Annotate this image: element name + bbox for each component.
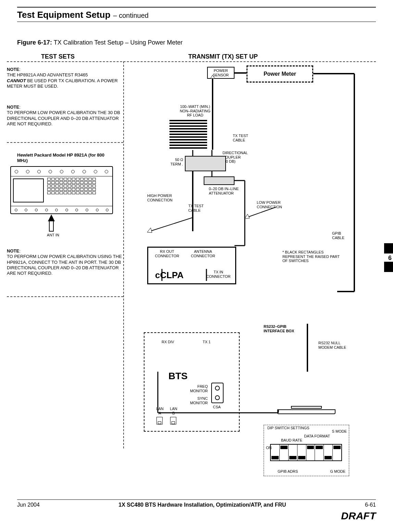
- lan-a-port: [156, 417, 163, 424]
- dip-switch-box: DIP SWITCH SETTINGS S MODE DATA FORMAT B…: [264, 425, 349, 476]
- figure-label: Figure 6-17:: [17, 39, 52, 46]
- cclpa-box: RX OUT CONNECTOR ANTENNA CONNECTOR cCLPA…: [147, 247, 236, 284]
- svg-marker-14: [245, 214, 250, 219]
- svg-line-8: [150, 218, 193, 231]
- label-switch-note: * BLACK RECTANGLES REPRESENT THE RAISED …: [282, 250, 344, 263]
- chapter-tab: 6: [388, 255, 392, 262]
- footer-doc-title: 1X SC480 BTS Hardware Installation, Opti…: [118, 502, 286, 508]
- diagram: TEST SETS TRANSMIT (TX) SET UP NOTE: THE…: [17, 53, 376, 450]
- header-test-sets: TEST SETS: [41, 53, 75, 60]
- footer-page: 6-61: [365, 502, 376, 508]
- attenuator: [204, 176, 234, 185]
- power-meter: Power Meter: [246, 65, 313, 83]
- note-2: NOTE: TO PERFORM LOW POWER CALIBRATION T…: [7, 104, 123, 127]
- label-tx-cable-1: TX TEST CABLE: [233, 134, 257, 142]
- label-50ohm: 50 Ω TERM .: [166, 158, 183, 166]
- hp-instrument: [10, 166, 113, 214]
- rf-load: [169, 120, 207, 154]
- svg-line-13: [246, 207, 276, 218]
- lan-b-port: [170, 417, 176, 424]
- hp-title: Hewlett Packard Model HP 8921A (for 800 …: [17, 152, 113, 163]
- label-null-modem: RS232 NULL MODEM CABLE: [318, 341, 353, 349]
- draft-watermark: DRAFT: [17, 510, 376, 522]
- page-title: Test Equipment Setup: [17, 10, 111, 20]
- footer-date: Jun 2004: [17, 502, 40, 508]
- keyboard: [277, 409, 335, 414]
- arrow-ant-in: [48, 214, 55, 232]
- label-interface-box: RS232–GPIB INTERFACE BOX: [264, 324, 308, 333]
- figure-caption: TX Calibration Test Setup – Using Power …: [54, 39, 183, 46]
- directional-coupler: [185, 156, 226, 171]
- label-ant-in: ANT IN: [46, 233, 60, 237]
- note-3: NOTE: TO PERFORM LOW POWER CALIBRATION U…: [7, 248, 123, 276]
- label-high-power: HIGH POWER CONNECTION: [147, 194, 181, 202]
- label-rfload: 100–WATT (MIN.) NON–RADIATING RF LOAD: [173, 104, 217, 117]
- header-tx-setup: TRANSMIT (TX) SET UP: [188, 53, 258, 60]
- svg-marker-9: [147, 228, 152, 233]
- note-1: NOTE: THE HP8921A AND ADVANTEST R3465 CA…: [7, 67, 123, 89]
- label-coupler: DIRECTIONAL COUPLER (30 DB): [223, 151, 257, 164]
- page-subtitle: – continued: [113, 12, 149, 20]
